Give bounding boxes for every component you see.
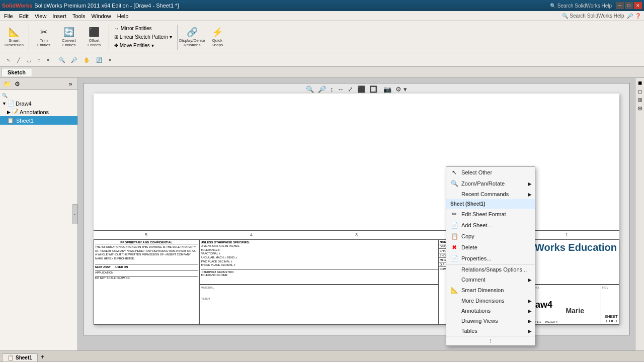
canvas-area[interactable]: 🔍 🔎 ↕ ↔ ⤢ ⬛ 🔲 📷 ⚙ ▾ PROPRIETARY AND CONF… <box>78 78 635 350</box>
tool-more[interactable]: ▾ <box>44 56 52 64</box>
toolbar-quick-snaps[interactable]: ⚡ QuickSnaps <box>205 23 229 51</box>
menu-window[interactable]: Window <box>89 12 114 20</box>
ctx-tables[interactable]: Tables ▶ <box>446 326 535 336</box>
drawing-paper[interactable]: PROPRIETARY AND CONFIDENTIAL THE INFORMA… <box>94 94 619 325</box>
sheet-tab-sheet1[interactable]: 📋 Sheet1 <box>2 353 38 361</box>
tool-arc[interactable]: ◡ <box>24 56 34 64</box>
menu-file[interactable]: File <box>1 12 16 20</box>
sidebar-collapse-handle[interactable]: ‹ <box>72 204 77 224</box>
vp-fit[interactable]: ⤢ <box>346 85 355 94</box>
ctx-tables-label: Tables <box>461 328 477 334</box>
restore-btn[interactable]: □ <box>625 2 633 9</box>
tool-pan[interactable]: ✋ <box>81 56 92 64</box>
drawing-viewport[interactable]: PROPRIETARY AND CONFIDENTIAL THE INFORMA… <box>83 83 630 335</box>
vp-zoom-out[interactable]: 🔎 <box>316 85 328 94</box>
ctx-drawing-views[interactable]: Drawing Views ▶ <box>446 316 535 326</box>
tool-rotate[interactable]: 🔄 <box>94 56 105 64</box>
ctx-recent-commands[interactable]: Recent Commands ▶ <box>446 189 535 199</box>
scale-weight-row: SCALE: 1:1 WEIGHT: <box>525 320 600 323</box>
toolbar-smart-dimension[interactable]: 📐 SmartDimension <box>2 23 26 51</box>
title-block-area: PROPRIETARY AND CONFIDENTIAL THE INFORMA… <box>94 239 619 325</box>
ctx-sheet-label: Sheet (Sheet1) <box>450 201 485 207</box>
toolbar-row2: ↖ ╱ ◡ ○ ▾ 🔍 🔎 ✋ 🔄 ▾ <box>0 53 644 66</box>
sketch-tab[interactable]: Sketch <box>1 68 32 76</box>
tree-item-draw4[interactable]: ▼ 📄 Draw4 <box>0 99 77 108</box>
main-layout: 📁 ⚙ » 🔍 ▼ 📄 Draw4 ▶ 📝 Annotations <box>0 78 644 350</box>
sidebar-icon-1[interactable]: 📁 <box>2 79 12 89</box>
minimize-btn[interactable]: ─ <box>616 2 624 9</box>
toolbar-row1: 📐 SmartDimension ✂ TrimEntities 🔄 Conver… <box>0 21 644 53</box>
quick-snaps-icon: ⚡ <box>212 27 223 38</box>
menu-edit[interactable]: Edit <box>16 12 32 20</box>
vp-view1[interactable]: ⬛ <box>356 85 367 94</box>
ctx-smart-dimension[interactable]: 📐 Smart Dimension <box>446 285 535 296</box>
tool-zoom-out[interactable]: 🔎 <box>68 56 79 64</box>
ctx-add-sheet-label: Add Sheet... <box>461 222 492 228</box>
tree-expand-annotations: ▶ <box>7 110 11 115</box>
toolbar-trim[interactable]: ✂ TrimEntities <box>32 23 56 51</box>
ctx-annot-label: Annotations <box>461 308 491 314</box>
vp-settings[interactable]: ⚙ ▾ <box>394 85 409 94</box>
rp-btn-3[interactable]: ⊞ <box>636 96 643 104</box>
search-input[interactable]: 🔍 Search SolidWorks Help 🔎 <box>562 13 633 19</box>
menu-insert[interactable]: Insert <box>49 12 69 20</box>
tree-item-sheet1[interactable]: 📋 Sheet1 <box>0 116 77 125</box>
weight-val: WEIGHT: <box>545 320 557 323</box>
ctx-relations-snaps[interactable]: Relations/Snaps Options... <box>446 264 535 275</box>
vp-view2[interactable]: 🔲 <box>368 85 379 94</box>
properties-icon: 📄 <box>450 255 458 262</box>
ctx-comment[interactable]: Comment ▶ <box>446 275 535 285</box>
toolbar-linear-pattern[interactable]: ⊞ Linear Sketch Pattern ▾ <box>112 33 175 41</box>
tool-more2[interactable]: ▾ <box>106 56 114 64</box>
sheet1-icon: 📋 <box>8 355 14 360</box>
ctx-select-other[interactable]: ↖ Select Other <box>446 167 535 178</box>
menu-view[interactable]: View <box>32 12 50 20</box>
vp-view3[interactable]: 📷 <box>382 85 393 94</box>
confidentiality-block: PROPRIETARY AND CONFIDENTIAL THE INFORMA… <box>94 239 199 325</box>
rp-btn-1[interactable]: ◼ <box>636 79 643 86</box>
ctx-properties-label: Properties... <box>461 255 491 261</box>
tool-circle[interactable]: ○ <box>35 56 43 64</box>
ctx-zoom-pan-rotate[interactable]: 🔍 Zoom/Pan/Rotate ▶ <box>446 178 535 189</box>
rp-btn-4[interactable]: ⊟ <box>636 105 643 112</box>
ctx-add-sheet[interactable]: 📄 Add Sheet... <box>446 220 535 231</box>
toolbar-display-delete[interactable]: 🔗 Display/DeleteRelations <box>180 23 204 51</box>
close-btn[interactable]: ✕ <box>634 2 642 9</box>
add-sheet-tab-btn[interactable]: + <box>38 352 47 361</box>
feature-tree: 🔍 ▼ 📄 Draw4 ▶ 📝 Annotations 📋 Sheet1 <box>0 90 77 127</box>
vp-pan-v[interactable]: ↕ <box>329 85 335 94</box>
ctx-edit-sheet-format[interactable]: ✏ Edit Sheet Format <box>446 209 535 220</box>
menu-tools[interactable]: Tools <box>69 12 89 20</box>
vp-pan-h[interactable]: ↔ <box>336 85 345 94</box>
annot-arrow: ▶ <box>528 308 532 314</box>
toolbar-sep-2 <box>109 25 109 50</box>
ctx-properties[interactable]: 📄 Properties... <box>446 253 535 264</box>
help-btn[interactable]: ❓ <box>635 13 641 19</box>
ctx-annotations[interactable]: Annotations ▶ <box>446 306 535 316</box>
toolbar-offset[interactable]: ⬛ OffsetEntities <box>82 23 106 51</box>
ctx-delete[interactable]: ✖ Delete <box>446 242 535 253</box>
tick-1: 1 <box>566 232 568 237</box>
tree-filter-icon[interactable]: 🔍 <box>2 93 8 98</box>
right-panel: ◼ ◻ ⊞ ⊟ <box>635 78 644 350</box>
conf-header: PROPRIETARY AND CONFIDENTIAL <box>95 241 198 244</box>
sidebar-expand-btn[interactable]: » <box>65 79 75 89</box>
ctx-more-dimensions[interactable]: More Dimensions ▶ <box>446 296 535 306</box>
sidebar-icon-2[interactable]: ⚙ <box>12 79 22 89</box>
tree-item-annotations[interactable]: ▶ 📝 Annotations <box>0 108 77 116</box>
menu-help[interactable]: Help <box>114 12 132 20</box>
dwg-no-cell: DWG. NO. Draw4 SCALE: 1:1 WEIGHT: <box>524 285 601 324</box>
rp-btn-2[interactable]: ◻ <box>636 87 643 95</box>
toolbar-move[interactable]: ✥ Move Entities ▾ <box>112 42 175 49</box>
tool-select[interactable]: ↖ <box>4 56 13 64</box>
conf-text: THE INFORMATION CONTAINED IN THIS DRAWIN… <box>95 245 198 261</box>
toolbar-mirror[interactable]: ↔ Mirror Entities <box>112 25 175 32</box>
ctx-copy[interactable]: 📋 Copy <box>446 231 535 242</box>
tool-zoom-in[interactable]: 🔍 <box>56 56 67 64</box>
drawing-views-arrow: ▶ <box>528 318 532 324</box>
help-search-box[interactable]: 🔍 Search SolidWorks Help <box>550 3 612 9</box>
toolbar-convert[interactable]: 🔄 ConvertEntities <box>57 23 81 51</box>
vp-zoom-in[interactable]: 🔍 <box>304 85 315 94</box>
ctx-relations-label: Relations/Snaps Options... <box>461 266 527 273</box>
tool-sketch-line[interactable]: ╱ <box>15 56 23 64</box>
